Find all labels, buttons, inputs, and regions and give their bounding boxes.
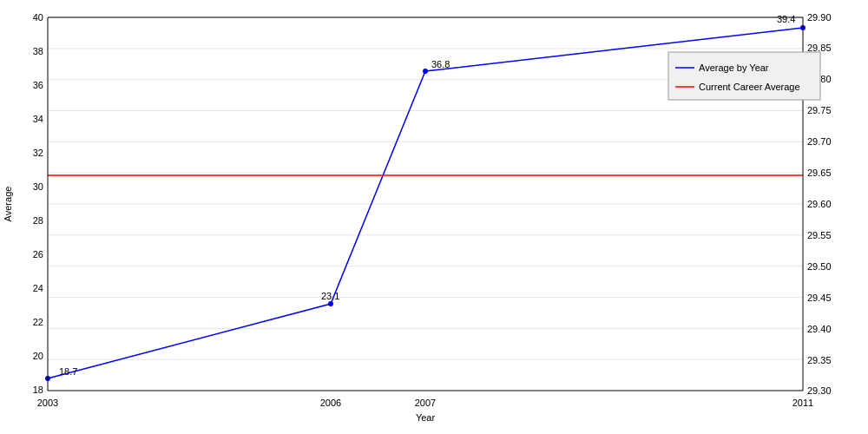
data-point-2006: [328, 301, 333, 306]
legend-blue-label: Average by Year: [699, 62, 769, 73]
x-label-2007: 2007: [415, 398, 436, 408]
label-2011: 39.4: [777, 14, 795, 24]
ry-label-2990: 29.90: [807, 12, 832, 23]
x-axis-label: Year: [416, 412, 436, 423]
y-label-38: 38: [33, 46, 43, 56]
y-label-34: 34: [33, 114, 43, 124]
x-label-2003: 2003: [37, 398, 58, 408]
ry-label-2955: 29.55: [807, 230, 832, 240]
ry-label-2965: 29.65: [807, 168, 832, 178]
ry-label-2930: 29.30: [807, 385, 832, 396]
label-2003: 18.7: [59, 366, 77, 377]
ry-label-2935: 29.35: [807, 355, 832, 365]
left-axis-label: Average: [3, 187, 13, 222]
y-label-18: 18: [33, 385, 43, 395]
chart-container: 40 38 36 34 32 30 28 26 24 22 20 18 Aver…: [0, 0, 868, 434]
y-label-24: 24: [33, 283, 43, 293]
x-label-2011: 2011: [792, 398, 813, 408]
y-label-26: 26: [33, 249, 43, 260]
label-2007: 36.8: [431, 59, 450, 69]
y-label-40: 40: [33, 12, 43, 23]
y-label-32: 32: [33, 148, 43, 158]
ry-label-2940: 29.40: [807, 324, 832, 334]
y-label-28: 28: [33, 215, 43, 226]
y-label-36: 36: [33, 80, 43, 90]
y-label-22: 22: [33, 317, 43, 327]
main-chart: 40 38 36 34 32 30 28 26 24 22 20 18 Aver…: [0, 0, 868, 434]
ry-label-2945: 29.45: [807, 293, 832, 303]
ry-label-2960: 29.60: [807, 199, 832, 209]
label-2006: 23.1: [321, 291, 339, 301]
ry-label-2975: 29.75: [807, 105, 832, 115]
ry-label-2950: 29.50: [807, 261, 832, 272]
y-label-20: 20: [33, 351, 43, 361]
x-label-2006: 2006: [320, 398, 341, 408]
ry-label-2985: 29.85: [807, 43, 832, 53]
legend-red-label: Current Career Average: [699, 82, 800, 92]
data-point-2007: [423, 69, 428, 74]
y-label-30: 30: [33, 181, 43, 192]
ry-label-2970: 29.70: [807, 136, 832, 147]
legend-box: [668, 52, 820, 100]
